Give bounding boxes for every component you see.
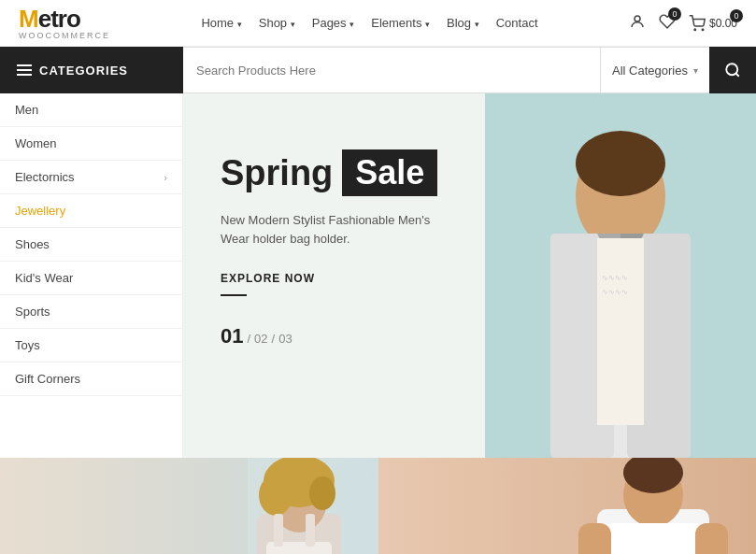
category-select[interactable]: All Categories ▾	[600, 47, 709, 93]
main-content-area: Men Women Electornics › Jewellery Shoes …	[0, 93, 756, 458]
category-select-label: All Categories	[612, 64, 688, 78]
explore-button[interactable]: EXPLORE NOW	[221, 270, 448, 296]
svg-text:∿∿∿∿: ∿∿∿∿	[602, 288, 628, 296]
svg-point-8	[576, 131, 665, 196]
categories-button[interactable]: CATEGORIES	[0, 47, 183, 93]
main-menu: Home ▾ Shop ▾ Pages ▾ Elements ▾ Blog ▾ …	[201, 16, 537, 30]
svg-point-0	[635, 16, 640, 21]
logo-sub: WOOCOMMERCE	[19, 32, 110, 40]
hero-banner: Spring Sale New Modern Stylist Fashionab…	[183, 93, 756, 458]
svg-rect-37	[578, 523, 611, 554]
sidebar-item-women[interactable]: Women	[0, 127, 182, 161]
search-input[interactable]	[196, 64, 587, 78]
user-icon[interactable]	[629, 13, 646, 34]
hero-title: Spring Sale	[221, 149, 448, 196]
sidebar-item-men[interactable]: Men	[0, 93, 182, 127]
hero-image: ∿∿∿∿ ∿∿∿∿	[485, 93, 756, 458]
sidebar-item-electronics[interactable]: Electornics ›	[0, 161, 182, 194]
nav-pages[interactable]: Pages ▾	[312, 16, 355, 30]
wishlist-badge: 0	[668, 7, 681, 21]
cart-badge: 0	[730, 9, 743, 22]
svg-point-1	[694, 29, 696, 31]
nav-blog[interactable]: Blog ▾	[447, 16, 479, 30]
sidebar-item-gift-corners[interactable]: Gift Corners	[0, 362, 182, 396]
search-input-wrap	[183, 47, 600, 93]
banner-women: WOMEN'S Trending 2019	[0, 458, 378, 554]
sidebar-item-sports[interactable]: Sports	[0, 295, 182, 329]
categories-label: CATEGORIES	[39, 64, 128, 78]
explore-underline	[221, 294, 247, 296]
chevron-right-icon: ›	[164, 172, 167, 183]
nav-elements[interactable]: Elements ▾	[371, 16, 430, 30]
hero-slide-numbers: 01 / 02 / 03	[221, 324, 448, 348]
hamburger-icon	[17, 64, 32, 76]
hero-content: Spring Sale New Modern Stylist Fashionab…	[183, 93, 485, 458]
bottom-banners: WOMEN'S Trending 2019 MEN'S Colle	[0, 458, 756, 554]
search-row: CATEGORIES All Categories ▾	[0, 47, 756, 93]
men-model-illustration	[550, 458, 756, 554]
banner-men: MEN'S Collection 2019	[378, 458, 757, 554]
svg-rect-27	[274, 514, 283, 547]
svg-rect-33	[606, 523, 700, 554]
svg-point-25	[309, 476, 335, 510]
hero-sale-badge: Sale	[342, 149, 437, 196]
sidebar-item-toys[interactable]: Toys	[0, 329, 182, 362]
hero-subtitle: New Modern Stylist Fashionable Men's Wea…	[221, 211, 445, 248]
svg-point-24	[259, 475, 292, 516]
sidebar-item-shoes[interactable]: Shoes	[0, 228, 182, 262]
hero-model-illustration: ∿∿∿∿ ∿∿∿∿	[485, 93, 756, 458]
svg-point-2	[702, 29, 704, 31]
search-button[interactable]	[709, 47, 756, 93]
wishlist-icon[interactable]: 0	[659, 13, 676, 34]
sidebar-item-jewellery[interactable]: Jewellery	[0, 194, 182, 228]
sidebar-item-kids-wear[interactable]: Kid's Wear	[0, 262, 182, 295]
nav-icons: 0 0 $0.00	[629, 13, 737, 34]
nav-contact[interactable]: Contact	[496, 16, 538, 30]
nav-shop[interactable]: Shop ▾	[259, 16, 295, 30]
women-model-illustration	[192, 458, 378, 554]
logo-text: Metro	[19, 7, 110, 31]
nav-home[interactable]: Home ▾	[201, 16, 241, 30]
chevron-down-icon: ▾	[693, 65, 698, 76]
svg-rect-28	[306, 514, 315, 547]
svg-line-4	[735, 73, 738, 76]
logo[interactable]: Metro WOOCOMMERCE	[19, 7, 110, 40]
svg-point-3	[726, 64, 737, 75]
svg-text:∿∿∿∿: ∿∿∿∿	[602, 274, 628, 282]
svg-rect-38	[695, 523, 728, 554]
svg-rect-16	[597, 238, 644, 425]
top-navigation: Metro WOOCOMMERCE Home ▾ Shop ▾ Pages ▾ …	[0, 0, 756, 47]
sidebar: Men Women Electornics › Jewellery Shoes …	[0, 93, 183, 458]
cart-icon[interactable]: 0 $0.00	[689, 15, 737, 32]
